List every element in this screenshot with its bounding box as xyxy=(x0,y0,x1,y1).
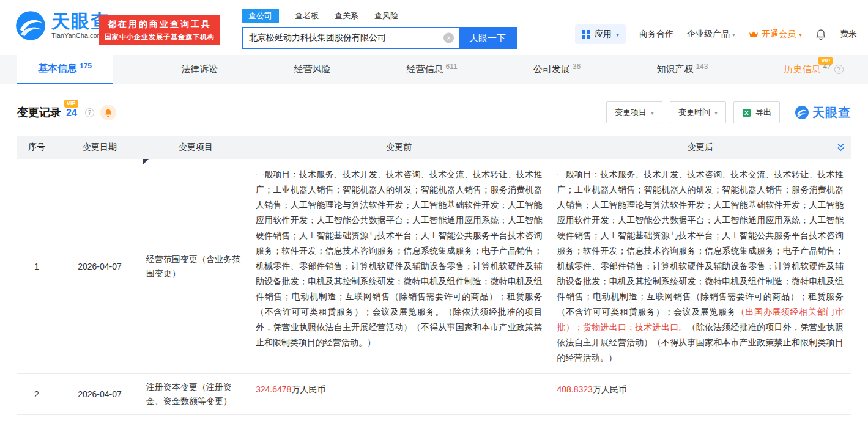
cell-date: 2026-04-07 xyxy=(56,374,143,415)
chevron-down-icon xyxy=(732,31,735,38)
after-text: 一般项目：技术服务、技术开发、技术咨询、技术交流、技术转让、技术推广；工业机器人… xyxy=(557,169,844,317)
col-header-after: 变更后 xyxy=(550,136,851,159)
capital-after-unit: 万人民币 xyxy=(593,384,627,394)
tab-operating-info[interactable]: 经营信息 611 xyxy=(399,55,465,84)
clear-icon[interactable] xyxy=(443,33,454,43)
table-row: 2 2026-04-07 注册资本变更（注册资金、资金数额等变更） 324.64… xyxy=(17,374,851,415)
tab-label: 知识产权 xyxy=(656,64,693,75)
tab-count: 175 xyxy=(80,62,92,70)
notification-bell-icon[interactable] xyxy=(815,29,826,40)
slogan-line2: 国家中小企业发展子基金旗下机构 xyxy=(105,32,215,42)
slogan-line1: 都在用的商业查询工具 xyxy=(105,19,215,30)
search-tab-risk[interactable]: 查风险 xyxy=(374,9,398,23)
table-controls: 变更项目 变更时间 导出 天眼查 xyxy=(606,101,851,123)
col-header-item: 变更项目 xyxy=(143,136,248,159)
tab-count: 611 xyxy=(446,62,458,71)
menu-open-vip[interactable]: 开通会员 xyxy=(749,29,802,40)
tab-intellectual-property[interactable]: 知识产权 143 xyxy=(649,55,715,84)
page: 天眼查 TianYanCha.com 都在用的商业查询工具 国家中小企业发展子基… xyxy=(0,0,868,426)
chevron-down-icon xyxy=(714,109,718,116)
tab-label: 经营风险 xyxy=(294,64,330,75)
watermark-logo-icon xyxy=(795,105,809,120)
tab-basic-info[interactable]: 基本信息 175 xyxy=(17,55,113,84)
tab-count: 47 xyxy=(823,62,831,71)
export-excel-icon xyxy=(742,108,751,117)
export-label: 导出 xyxy=(755,107,771,118)
corner-marker xyxy=(143,159,149,164)
company-nav-tabs: 基本信息 175 法律诉讼 经营风险 经营信息 611 公司发展 36 知识产权… xyxy=(0,55,868,84)
search-button[interactable]: 天眼一下 xyxy=(459,28,516,48)
col-header-before: 变更前 xyxy=(248,136,550,159)
watermark-text: 天眼查 xyxy=(812,105,851,121)
apps-entry[interactable]: 应用 xyxy=(575,24,626,44)
member-label: 开通会员 xyxy=(762,29,796,40)
header-menu: 应用 商务合作 企业级产品 开通会员 费米 xyxy=(575,24,857,44)
help-icon[interactable] xyxy=(85,108,94,117)
tab-label: 基本信息 xyxy=(38,62,77,75)
cell-change-item: 注册资本变更（注册资金、资金数额等变更） xyxy=(143,374,248,415)
search-tab-relation[interactable]: 查关系 xyxy=(335,9,358,23)
change-record-section-bar: 变更记录 VIP 24 变更项目 变更时间 导出 xyxy=(0,84,868,133)
monitor-bell-button[interactable] xyxy=(100,105,116,120)
col-header-no: 序号 xyxy=(17,136,56,159)
tab-label: 法律诉讼 xyxy=(181,64,218,75)
tab-history-info[interactable]: VIP 历史信息 47 xyxy=(777,55,851,84)
capital-after-value: 408.8323 xyxy=(557,384,593,394)
cell-before: 324.6478万人民币 xyxy=(248,374,550,415)
tab-operating-risk[interactable]: 经营风险 xyxy=(286,55,338,84)
tianyancha-logo[interactable]: 天眼查 TianYanCha.com xyxy=(15,10,110,42)
tab-count: 143 xyxy=(696,62,708,71)
filter-change-time[interactable]: 变更时间 xyxy=(670,101,726,123)
vip-badge: VIP xyxy=(64,100,78,108)
tab-label: 公司发展 xyxy=(533,64,570,75)
menu-cooperation[interactable]: 商务合作 xyxy=(639,29,673,40)
search-box: 天眼一下 xyxy=(242,27,517,49)
apps-label: 应用 xyxy=(595,29,612,40)
chevron-down-icon xyxy=(616,31,619,38)
cell-no: 2 xyxy=(17,374,56,415)
cell-before: 一般项目：技术服务、技术开发、技术咨询、技术交流、技术转让、技术推广；工业机器人… xyxy=(248,159,550,374)
cell-change-item: 经营范围变更（含业务范围变更） xyxy=(143,159,248,374)
help-icon[interactable] xyxy=(834,65,844,74)
chevron-down-icon xyxy=(651,109,654,116)
table-row: 1 2026-04-07 经营范围变更（含业务范围变更） 一般项目：技术服务、技… xyxy=(17,159,851,374)
section-count: 24 xyxy=(66,108,77,118)
watermark-logo: 天眼查 xyxy=(795,105,851,121)
tab-company-development[interactable]: 公司发展 36 xyxy=(526,55,588,84)
change-item-text: 经营范围变更（含业务范围变更） xyxy=(146,254,240,278)
section-title-group: 变更记录 VIP 24 xyxy=(17,105,116,120)
tab-label: 经营信息 xyxy=(407,64,443,75)
collapse-all-icon[interactable] xyxy=(837,143,845,152)
user-name[interactable]: 费米 xyxy=(840,29,857,40)
chevron-down-icon xyxy=(799,31,802,38)
section-count-wrap: VIP 24 xyxy=(66,106,77,119)
tianyancha-logo-icon xyxy=(15,10,46,42)
filter-change-item[interactable]: 变更项目 xyxy=(606,101,662,123)
cell-no: 1 xyxy=(17,159,56,374)
tab-legal[interactable]: 法律诉讼 xyxy=(174,55,225,84)
enterprise-label: 企业级产品 xyxy=(687,29,730,40)
filter-label: 变更项目 xyxy=(615,107,647,118)
change-record-table: 序号 变更日期 变更项目 变更前 变更后 1 2026-04-07 经营范围变更… xyxy=(17,136,851,415)
export-button[interactable]: 导出 xyxy=(733,101,780,123)
search-area: 查公司 查老板 查关系 查风险 天眼一下 xyxy=(242,9,517,49)
menu-enterprise[interactable]: 企业级产品 xyxy=(687,29,735,40)
capital-before-unit: 万人民币 xyxy=(291,384,325,394)
search-tab-boss[interactable]: 查老板 xyxy=(295,9,319,23)
apps-grid-icon xyxy=(582,30,590,39)
search-tab-company[interactable]: 查公司 xyxy=(242,9,279,23)
tab-label: 历史信息 xyxy=(784,64,821,75)
col-header-after-label: 变更后 xyxy=(688,142,713,152)
cell-date: 2026-04-07 xyxy=(56,159,143,374)
table-header-row: 序号 变更日期 变更项目 变更前 变更后 xyxy=(17,136,851,159)
tab-count: 36 xyxy=(573,62,581,71)
slogan-banner: 都在用的商业查询工具 国家中小企业发展子基金旗下机构 xyxy=(99,15,220,45)
alarm-bell-icon xyxy=(104,108,113,117)
crown-icon xyxy=(749,30,759,39)
section-title: 变更记录 xyxy=(17,105,61,120)
filter-label: 变更时间 xyxy=(678,107,710,118)
cell-after: 408.8323万人民币 xyxy=(550,374,851,415)
search-input[interactable] xyxy=(243,28,459,48)
capital-before-value: 324.6478 xyxy=(256,384,291,394)
top-header: 天眼查 TianYanCha.com 都在用的商业查询工具 国家中小企业发展子基… xyxy=(0,0,868,55)
